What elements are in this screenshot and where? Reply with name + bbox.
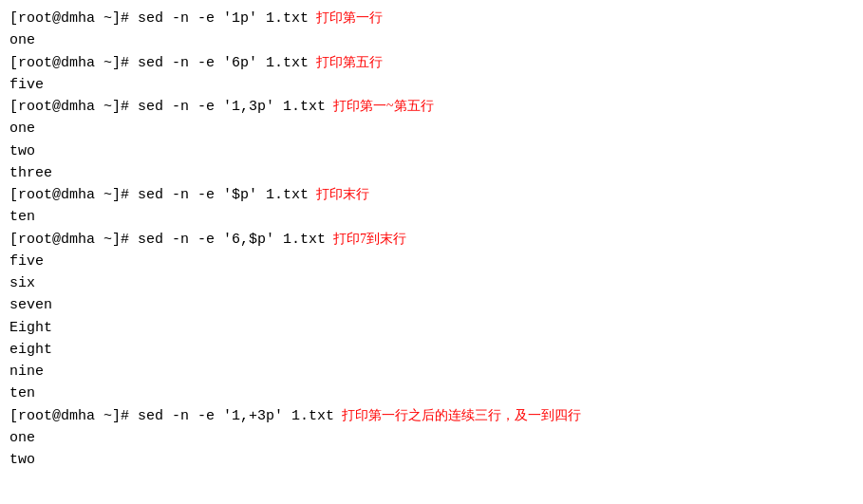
output-line: five — [9, 251, 854, 272]
output-line: eight — [9, 339, 854, 361]
output-text: seven — [9, 294, 52, 316]
output-text: two — [9, 140, 35, 162]
command-text: [root@dmha ~]# sed -n -e '$p' 1.txt — [9, 184, 309, 206]
output-text: eight — [9, 339, 52, 361]
output-text: three — [9, 162, 52, 184]
output-text: nine — [9, 361, 44, 383]
command-line: [root@dmha ~]# sed -n -e '6,$p' 1.txt打印7… — [9, 229, 854, 251]
output-text: five — [9, 251, 44, 272]
output-line: two — [9, 140, 854, 162]
command-comment: 打印末行 — [316, 184, 369, 205]
output-line: one — [9, 29, 854, 51]
command-text: [root@dmha ~]# sed -n -e '1,3p' 1.txt — [9, 96, 326, 118]
command-comment: 打印第五行 — [316, 52, 383, 73]
output-text: ten — [9, 206, 35, 228]
output-line: one — [9, 427, 854, 449]
output-line: five — [9, 74, 854, 96]
output-line: ten — [9, 206, 854, 228]
command-comment: 打印7到末行 — [333, 229, 406, 250]
command-line: [root@dmha ~]# sed -n -e '6p' 1.txt打印第五行 — [9, 52, 854, 74]
output-text: one — [9, 118, 35, 140]
terminal-container: [root@dmha ~]# sed -n -e '1p' 1.txt打印第一行… — [9, 8, 854, 471]
output-text: ten — [9, 383, 35, 404]
output-text: five — [9, 74, 44, 96]
output-line: Eight — [9, 317, 854, 339]
command-comment: 打印第一行 — [316, 8, 383, 28]
command-line: [root@dmha ~]# sed -n -e '1,3p' 1.txt打印第… — [9, 96, 854, 118]
output-text: six — [9, 272, 35, 294]
output-text: one — [9, 29, 35, 51]
output-text: Eight — [9, 317, 52, 339]
command-comment: 打印第一行之后的连续三行，及一到四行 — [342, 405, 581, 426]
command-line: [root@dmha ~]# sed -n -e '$p' 1.txt打印末行 — [9, 184, 854, 206]
command-line: [root@dmha ~]# sed -n -e '1,+3p' 1.txt打印… — [9, 405, 854, 427]
output-line: one — [9, 118, 854, 140]
command-comment: 打印第一~第五行 — [333, 96, 434, 117]
command-text: [root@dmha ~]# sed -n -e '6p' 1.txt — [9, 52, 309, 74]
output-line: two — [9, 449, 854, 471]
command-text: [root@dmha ~]# sed -n -e '1p' 1.txt — [9, 8, 309, 29]
command-text: [root@dmha ~]# sed -n -e '6,$p' 1.txt — [9, 229, 326, 251]
output-text: two — [9, 449, 35, 471]
output-line: three — [9, 162, 854, 184]
output-line: seven — [9, 294, 854, 316]
output-text: one — [9, 427, 35, 449]
output-line: nine — [9, 361, 854, 383]
command-text: [root@dmha ~]# sed -n -e '1,+3p' 1.txt — [9, 405, 334, 427]
output-line: six — [9, 272, 854, 294]
output-line: ten — [9, 383, 854, 404]
command-line: [root@dmha ~]# sed -n -e '1p' 1.txt打印第一行 — [9, 8, 854, 29]
